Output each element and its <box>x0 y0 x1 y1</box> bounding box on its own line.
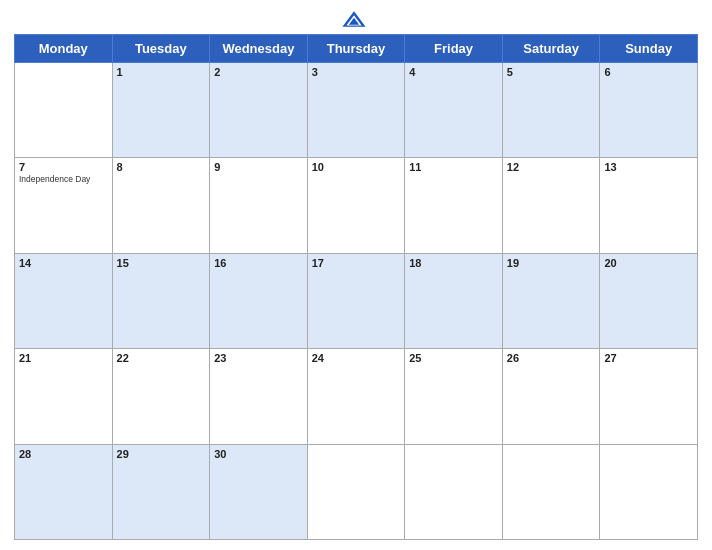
day-cell-1-2: 1 <box>112 63 210 158</box>
day-number: 30 <box>214 448 303 460</box>
day-cell-2-1: 7Independence Day <box>15 158 113 253</box>
day-number: 13 <box>604 161 693 173</box>
day-number: 1 <box>117 66 206 78</box>
day-number: 16 <box>214 257 303 269</box>
day-number: 24 <box>312 352 401 364</box>
day-cell-1-3: 2 <box>210 63 308 158</box>
week-row-1: 123456 <box>15 63 698 158</box>
day-cell-3-7: 20 <box>600 253 698 348</box>
day-cell-4-4: 24 <box>307 349 405 444</box>
col-monday: Monday <box>15 35 113 63</box>
col-thursday: Thursday <box>307 35 405 63</box>
day-number: 20 <box>604 257 693 269</box>
calendar-table: Monday Tuesday Wednesday Thursday Friday… <box>14 34 698 540</box>
day-number: 26 <box>507 352 596 364</box>
col-wednesday: Wednesday <box>210 35 308 63</box>
day-number: 7 <box>19 161 108 173</box>
day-number: 29 <box>117 448 206 460</box>
logo <box>340 10 372 28</box>
calendar-container: Monday Tuesday Wednesday Thursday Friday… <box>0 0 712 550</box>
day-cell-5-7 <box>600 444 698 539</box>
day-cell-4-3: 23 <box>210 349 308 444</box>
week-row-4: 21222324252627 <box>15 349 698 444</box>
day-cell-2-3: 9 <box>210 158 308 253</box>
day-number: 4 <box>409 66 498 78</box>
day-number: 23 <box>214 352 303 364</box>
col-tuesday: Tuesday <box>112 35 210 63</box>
day-cell-4-6: 26 <box>502 349 600 444</box>
holiday-label: Independence Day <box>19 174 108 184</box>
day-cell-4-1: 21 <box>15 349 113 444</box>
day-cell-1-5: 4 <box>405 63 503 158</box>
day-cell-1-7: 6 <box>600 63 698 158</box>
day-cell-2-5: 11 <box>405 158 503 253</box>
day-cell-5-3: 30 <box>210 444 308 539</box>
col-friday: Friday <box>405 35 503 63</box>
day-number: 11 <box>409 161 498 173</box>
day-number: 21 <box>19 352 108 364</box>
day-cell-5-5 <box>405 444 503 539</box>
day-cell-3-3: 16 <box>210 253 308 348</box>
day-cell-4-7: 27 <box>600 349 698 444</box>
day-cell-5-4 <box>307 444 405 539</box>
day-cell-3-6: 19 <box>502 253 600 348</box>
day-cell-3-1: 14 <box>15 253 113 348</box>
day-number: 10 <box>312 161 401 173</box>
day-cell-2-2: 8 <box>112 158 210 253</box>
day-cell-1-4: 3 <box>307 63 405 158</box>
day-number: 15 <box>117 257 206 269</box>
day-cell-2-6: 12 <box>502 158 600 253</box>
day-cell-5-1: 28 <box>15 444 113 539</box>
day-number: 2 <box>214 66 303 78</box>
day-cell-3-5: 18 <box>405 253 503 348</box>
calendar-header <box>14 10 698 28</box>
day-cell-3-4: 17 <box>307 253 405 348</box>
day-number: 12 <box>507 161 596 173</box>
general-blue-icon <box>340 10 368 28</box>
day-number: 6 <box>604 66 693 78</box>
day-cell-3-2: 15 <box>112 253 210 348</box>
day-number: 22 <box>117 352 206 364</box>
days-header-row: Monday Tuesday Wednesday Thursday Friday… <box>15 35 698 63</box>
day-number: 5 <box>507 66 596 78</box>
day-number: 28 <box>19 448 108 460</box>
day-number: 25 <box>409 352 498 364</box>
col-saturday: Saturday <box>502 35 600 63</box>
week-row-2: 7Independence Day8910111213 <box>15 158 698 253</box>
day-number: 14 <box>19 257 108 269</box>
day-number: 8 <box>117 161 206 173</box>
day-cell-4-5: 25 <box>405 349 503 444</box>
day-cell-4-2: 22 <box>112 349 210 444</box>
day-cell-2-7: 13 <box>600 158 698 253</box>
day-cell-5-6 <box>502 444 600 539</box>
day-cell-1-1 <box>15 63 113 158</box>
day-number: 27 <box>604 352 693 364</box>
day-number: 9 <box>214 161 303 173</box>
day-number: 19 <box>507 257 596 269</box>
week-row-5: 282930 <box>15 444 698 539</box>
day-number: 18 <box>409 257 498 269</box>
day-cell-5-2: 29 <box>112 444 210 539</box>
day-cell-2-4: 10 <box>307 158 405 253</box>
week-row-3: 14151617181920 <box>15 253 698 348</box>
day-number: 3 <box>312 66 401 78</box>
day-number: 17 <box>312 257 401 269</box>
day-cell-1-6: 5 <box>502 63 600 158</box>
col-sunday: Sunday <box>600 35 698 63</box>
